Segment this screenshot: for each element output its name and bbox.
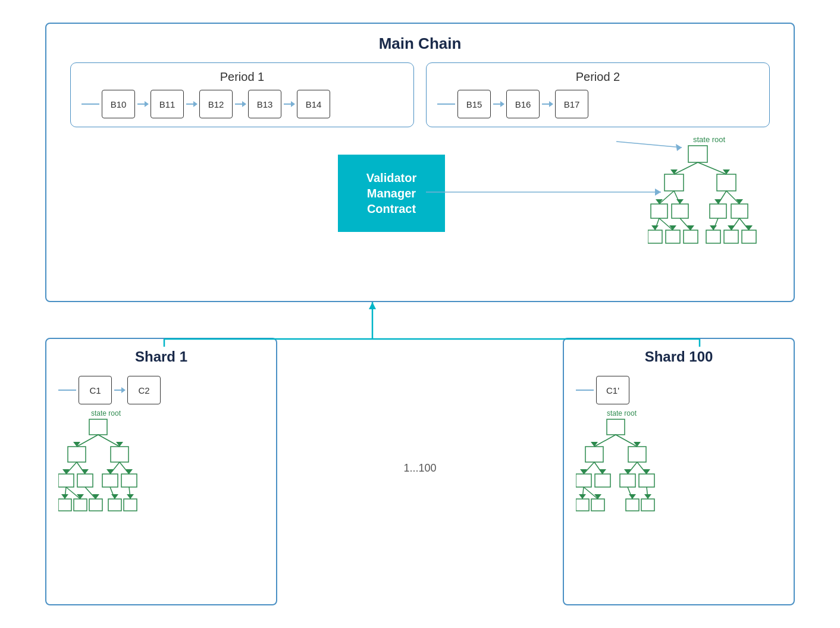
svg-line-2 bbox=[674, 162, 698, 174]
shard1-state-tree: state root bbox=[58, 407, 249, 600]
svg-marker-33 bbox=[728, 225, 735, 230]
svg-marker-35 bbox=[745, 225, 753, 230]
svg-rect-13 bbox=[731, 204, 748, 218]
shard100-blocks: C1' bbox=[576, 376, 782, 404]
svg-line-77 bbox=[616, 435, 637, 447]
block-B12: B12 bbox=[199, 90, 233, 118]
svg-line-65 bbox=[85, 487, 96, 499]
block-B13: B13 bbox=[248, 90, 281, 118]
svg-rect-79 bbox=[576, 474, 591, 487]
tree-root-node bbox=[688, 146, 707, 162]
svg-rect-20 bbox=[684, 230, 698, 243]
chain-entry-arrow bbox=[82, 103, 99, 105]
svg-rect-0 bbox=[665, 174, 684, 191]
shard100-block-C1prime: C1' bbox=[596, 376, 629, 404]
svg-marker-78 bbox=[634, 442, 641, 447]
chain-entry-arrow2 bbox=[437, 103, 455, 105]
svg-rect-51 bbox=[121, 474, 137, 487]
svg-rect-93 bbox=[626, 499, 639, 511]
main-chain-title: Main Chain bbox=[46, 34, 794, 53]
arrow-b15-b16 bbox=[493, 103, 504, 105]
shard1-title: Shard 1 bbox=[46, 348, 276, 365]
arrow-b11-b12 bbox=[186, 103, 197, 105]
svg-marker-43 bbox=[116, 442, 123, 447]
svg-rect-23 bbox=[742, 230, 756, 243]
svg-rect-74 bbox=[628, 447, 646, 462]
svg-marker-31 bbox=[710, 225, 717, 230]
block-B15: B15 bbox=[457, 90, 491, 118]
svg-line-28 bbox=[680, 218, 691, 230]
svg-marker-104 bbox=[369, 302, 376, 309]
period2-label: Period 2 bbox=[437, 70, 758, 84]
svg-text:state root: state root bbox=[91, 409, 121, 417]
period1-blocks-row: B10 B11 B12 B13 B14 bbox=[82, 90, 403, 118]
svg-marker-102 bbox=[644, 494, 651, 499]
svg-rect-18 bbox=[648, 230, 662, 243]
shard100-chain-entry bbox=[576, 390, 594, 391]
block-B11: B11 bbox=[151, 90, 184, 118]
svg-rect-12 bbox=[710, 204, 726, 218]
arrow-b12-b13 bbox=[235, 103, 246, 105]
block-B10: B10 bbox=[102, 90, 135, 118]
svg-rect-94 bbox=[641, 499, 654, 511]
svg-rect-21 bbox=[706, 230, 720, 243]
period2-box: Period 2 B15 B16 B17 bbox=[426, 62, 770, 127]
svg-rect-72 bbox=[607, 419, 625, 435]
period-container: Period 1 B10 B11 B12 B13 B14 Period 2 bbox=[70, 62, 770, 127]
shard1-arrow-c1-c2 bbox=[114, 390, 125, 391]
svg-rect-7 bbox=[672, 204, 688, 218]
shard1-block-C2: C2 bbox=[127, 376, 161, 404]
svg-line-97 bbox=[584, 487, 598, 499]
svg-rect-91 bbox=[576, 499, 589, 511]
svg-rect-38 bbox=[68, 447, 86, 462]
svg-rect-19 bbox=[666, 230, 680, 243]
arrow-b10-b11 bbox=[137, 103, 148, 105]
svg-rect-56 bbox=[58, 499, 71, 511]
svg-marker-76 bbox=[591, 442, 598, 447]
block-B17: B17 bbox=[555, 90, 588, 118]
svg-marker-96 bbox=[579, 494, 586, 499]
svg-marker-41 bbox=[73, 442, 80, 447]
svg-rect-73 bbox=[585, 447, 603, 462]
svg-rect-58 bbox=[89, 499, 102, 511]
svg-rect-1 bbox=[717, 174, 736, 191]
arrow-b13-b14 bbox=[284, 103, 294, 105]
shard1-blocks: C1 C2 bbox=[58, 376, 264, 404]
period2-blocks-row: B15 B16 B17 bbox=[437, 90, 758, 118]
svg-rect-6 bbox=[651, 204, 667, 218]
main-chain-state-tree: state root bbox=[648, 134, 767, 282]
shard1-chain-entry bbox=[58, 390, 76, 391]
svg-line-8 bbox=[659, 191, 674, 204]
svg-rect-45 bbox=[77, 474, 93, 487]
block-B16: B16 bbox=[506, 90, 540, 118]
period1-box: Period 1 B10 B11 B12 B13 B14 bbox=[70, 62, 414, 127]
svg-rect-50 bbox=[102, 474, 118, 487]
shard1-tree-svg: state root bbox=[58, 407, 249, 598]
svg-rect-44 bbox=[58, 474, 74, 487]
diagram-container: Main Chain Period 1 B10 B11 B12 B13 B14 bbox=[27, 23, 813, 605]
vmc-label: ValidatorManagerContract bbox=[366, 170, 416, 216]
shard1-block-C1: C1 bbox=[79, 376, 112, 404]
main-chain-box: Main Chain Period 1 B10 B11 B12 B13 B14 bbox=[45, 23, 795, 302]
svg-line-16 bbox=[726, 191, 739, 204]
svg-line-40 bbox=[77, 435, 98, 447]
block-B14: B14 bbox=[297, 90, 330, 118]
svg-rect-37 bbox=[89, 419, 107, 435]
shard100-state-tree: state root bbox=[576, 407, 766, 600]
svg-text:state root: state root bbox=[607, 409, 637, 417]
main-state-root-label: state root bbox=[693, 135, 726, 144]
svg-rect-59 bbox=[108, 499, 121, 511]
main-state-tree-svg: state root bbox=[648, 134, 767, 282]
svg-rect-57 bbox=[74, 499, 87, 511]
shard100-tree-svg: state root bbox=[576, 407, 766, 598]
svg-line-75 bbox=[594, 435, 616, 447]
svg-marker-68 bbox=[111, 494, 118, 499]
svg-marker-70 bbox=[127, 494, 134, 499]
svg-line-26 bbox=[659, 218, 673, 230]
svg-line-42 bbox=[98, 435, 120, 447]
svg-rect-22 bbox=[724, 230, 738, 243]
vmc-box: ValidatorManagerContract bbox=[338, 155, 445, 232]
svg-line-34 bbox=[739, 218, 749, 230]
svg-line-4 bbox=[698, 162, 726, 174]
svg-rect-92 bbox=[591, 499, 604, 511]
